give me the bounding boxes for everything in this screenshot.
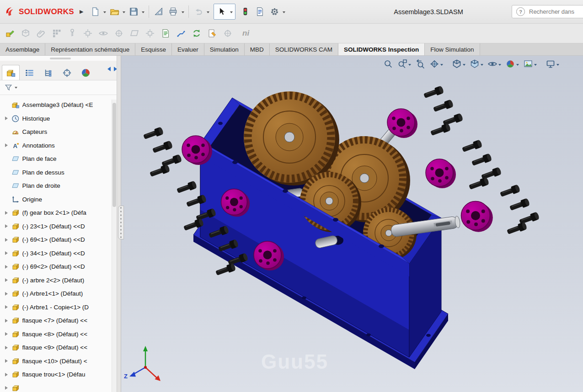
tree-item-flasque-8[interactable]: flasque <8> (Défaut) << bbox=[0, 328, 112, 341]
panel-splitter-handle[interactable] bbox=[118, 206, 124, 239]
flange-right-2[interactable] bbox=[426, 159, 456, 188]
orientation-triad[interactable]: Z bbox=[124, 346, 160, 381]
previous-view-button[interactable] bbox=[415, 59, 425, 69]
tree-item-plan-de-droite[interactable]: Plan de droite bbox=[0, 179, 112, 193]
apply-scene-button[interactable] bbox=[523, 59, 537, 69]
zoom-dropdown-caret[interactable] bbox=[408, 64, 411, 67]
undo-button[interactable] bbox=[192, 5, 206, 19]
move-component-button[interactable] bbox=[80, 26, 95, 41]
select-tool-box[interactable] bbox=[214, 4, 235, 20]
new-file-button[interactable] bbox=[88, 5, 103, 19]
tree-item-flasque-10[interactable]: flasque <10> (Défaut) < bbox=[0, 355, 112, 368]
tab-representation-schematique[interactable]: Représentation schématique bbox=[45, 43, 135, 55]
tree-item-arbre1[interactable]: (-) Arbre1<1> (Défaut) bbox=[0, 287, 112, 301]
tab-assemblage[interactable]: Assemblage bbox=[0, 43, 45, 55]
tree-item-gear-box[interactable]: (f) gear box 2<1> (Défa bbox=[0, 206, 112, 220]
hide-show-caret[interactable] bbox=[498, 64, 501, 67]
expand-arrow-icon[interactable] bbox=[5, 278, 8, 282]
exploded-view-button[interactable] bbox=[143, 26, 157, 41]
print-dropdown-caret[interactable] bbox=[182, 11, 184, 15]
assembly-features-button[interactable] bbox=[112, 26, 126, 41]
tree-item-origine[interactable]: Origine bbox=[0, 193, 112, 207]
search-input[interactable] bbox=[528, 8, 583, 16]
options-dropdown-caret[interactable] bbox=[283, 11, 285, 15]
view-orientation-caret[interactable] bbox=[463, 64, 465, 67]
explode-line-sketch-button[interactable] bbox=[174, 26, 188, 41]
view-orientation-button[interactable] bbox=[452, 59, 465, 69]
tree-item-assemblage3[interactable]: Assemblage3 (Défaut) <E bbox=[0, 98, 112, 112]
bolt-cluster-left-1[interactable] bbox=[143, 127, 182, 178]
bolt-cluster-right-1[interactable] bbox=[423, 85, 464, 137]
file-properties-button[interactable] bbox=[253, 5, 267, 19]
expand-arrow-icon[interactable] bbox=[5, 238, 8, 242]
display-style-button[interactable] bbox=[470, 59, 483, 69]
edit-component-button[interactable] bbox=[3, 26, 17, 41]
menu-expand-arrow[interactable]: ▶ bbox=[80, 9, 83, 15]
expand-arrow-icon[interactable] bbox=[5, 319, 8, 323]
tree-item-flasque-trou[interactable]: flasque trou<1> (Défau bbox=[0, 368, 112, 381]
flange-right-3[interactable] bbox=[461, 201, 493, 232]
reference-geometry-button[interactable] bbox=[127, 26, 141, 41]
tree-item-annotations[interactable]: Annotations bbox=[0, 139, 112, 153]
linear-component-pattern-button[interactable] bbox=[49, 26, 64, 41]
filter-dropdown-caret[interactable] bbox=[15, 87, 17, 90]
tree-scrollbar-thumb[interactable] bbox=[112, 103, 116, 207]
tree-item-23[interactable]: (-) 23<1> (Défaut) <<D bbox=[0, 220, 112, 233]
section-view-button[interactable] bbox=[429, 59, 443, 69]
edit-appearance-button[interactable] bbox=[505, 59, 519, 69]
rebuild-button[interactable] bbox=[238, 5, 253, 19]
tab-simulation[interactable]: Simulation bbox=[204, 43, 245, 55]
tree-scrollbar[interactable] bbox=[112, 100, 117, 392]
tree-item-69-2[interactable]: (-) 69<2> (Défaut) <<D bbox=[0, 260, 112, 274]
tab-esquisse[interactable]: Esquisse bbox=[135, 43, 172, 55]
tree-item-plan-de-face[interactable]: Plan de face bbox=[0, 152, 112, 166]
expand-arrow-icon[interactable] bbox=[5, 265, 8, 269]
tree-item-flasque-9[interactable]: flasque <9> (Défaut) << bbox=[0, 341, 112, 355]
new-file-dropdown-caret[interactable] bbox=[103, 11, 106, 15]
select-dropdown-caret[interactable] bbox=[230, 11, 233, 15]
tree-item-flasque-7[interactable]: flasque <7> (Défaut) << bbox=[0, 314, 112, 328]
tree-item-partial[interactable] bbox=[0, 381, 112, 392]
zoom-to-area-button[interactable] bbox=[397, 59, 411, 69]
expand-arrow-icon[interactable] bbox=[5, 143, 8, 147]
expand-arrow-icon[interactable] bbox=[5, 251, 8, 255]
show-hidden-components-button[interactable] bbox=[96, 26, 110, 41]
tab-solidworks-cam[interactable]: SOLIDWORKS CAM bbox=[270, 43, 338, 55]
apply-scene-caret[interactable] bbox=[534, 64, 537, 67]
mate-button[interactable] bbox=[34, 26, 48, 41]
expand-arrow-icon[interactable] bbox=[5, 386, 8, 390]
expand-arrow-icon[interactable] bbox=[5, 332, 8, 336]
bill-of-materials-button[interactable] bbox=[158, 26, 172, 41]
edit-appearance-caret[interactable] bbox=[516, 64, 519, 67]
displaymanager-tab[interactable] bbox=[77, 65, 95, 80]
clearance-verification-button[interactable] bbox=[205, 26, 219, 41]
configurationmanager-tab[interactable] bbox=[39, 65, 57, 80]
tree-item-plan-de-dessus[interactable]: Plan de dessus bbox=[0, 166, 112, 180]
options-button[interactable] bbox=[267, 5, 282, 19]
bolt-cluster-right-3[interactable] bbox=[499, 184, 540, 236]
zoom-to-fit-button[interactable] bbox=[383, 59, 393, 69]
expand-arrow-icon[interactable] bbox=[5, 373, 8, 376]
tree-item-historique[interactable]: Historique bbox=[0, 112, 112, 126]
smart-fasteners-button[interactable] bbox=[65, 26, 79, 41]
make-drawing-button[interactable] bbox=[152, 5, 166, 19]
tree-item-69-1[interactable]: (-) 69<1> (Défaut) <<D bbox=[0, 233, 112, 247]
expand-arrow-icon[interactable] bbox=[5, 359, 8, 363]
tab-evaluer[interactable]: Evaluer bbox=[172, 43, 204, 55]
update-assembly-button[interactable] bbox=[189, 26, 203, 41]
tab-solidworks-inspection[interactable]: SOLIDWORKS Inspection bbox=[338, 43, 425, 55]
expand-arrow-icon[interactable] bbox=[5, 346, 8, 350]
tab-flow-simulation[interactable]: Flow Simulation bbox=[425, 43, 480, 55]
graphics-viewport[interactable]: Z Guu55 bbox=[121, 56, 583, 392]
view-settings-button[interactable] bbox=[546, 59, 559, 69]
bolt-cluster-right-2[interactable] bbox=[461, 139, 502, 191]
tree-item-34[interactable]: (-) 34<1> (Défaut) <<D bbox=[0, 247, 112, 260]
open-button[interactable] bbox=[107, 5, 122, 19]
exploded-gearbox-scene[interactable]: Z bbox=[121, 56, 583, 392]
filter-funnel-icon[interactable] bbox=[4, 83, 13, 92]
expand-arrow-icon[interactable] bbox=[5, 292, 8, 296]
tree-item-capteurs[interactable]: Capteurs bbox=[0, 125, 112, 139]
propertymanager-tab[interactable] bbox=[21, 65, 38, 80]
help-icon[interactable]: ? bbox=[516, 7, 525, 16]
display-style-caret[interactable] bbox=[481, 64, 483, 67]
